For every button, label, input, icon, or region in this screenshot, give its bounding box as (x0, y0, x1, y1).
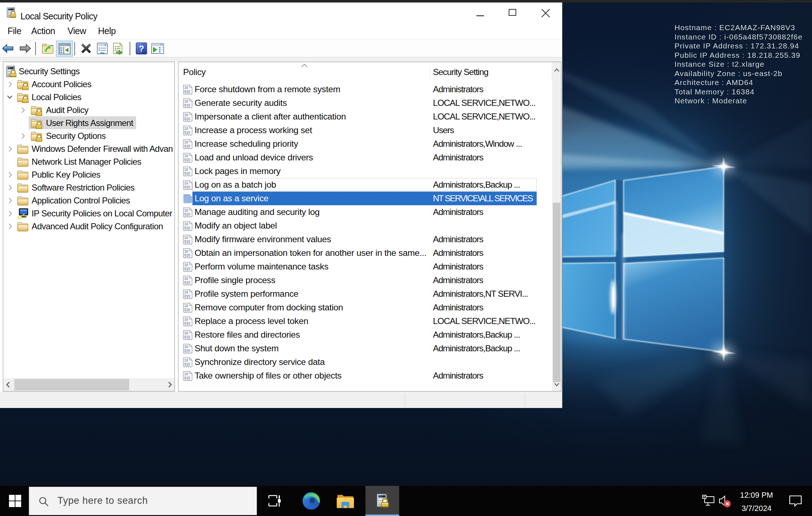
svg-text:?: ? (139, 44, 144, 53)
